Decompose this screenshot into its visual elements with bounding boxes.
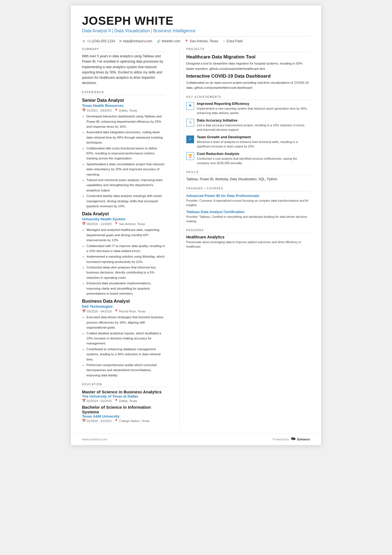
edu-1-dates: 📅 01/2014 - 01/2016 [82, 399, 111, 403]
job-3-company: Dell Technologies [82, 304, 165, 309]
project-1-desc: Designed a tool to streamline data migra… [186, 61, 310, 71]
achievement-3: ✓ Team Growth and Development Mentored a… [186, 135, 310, 149]
enhancv-logo: Enhancv [291, 437, 310, 442]
location-icon: 📍 [185, 40, 188, 43]
training-1: Advanced Power BI for Data Professionals… [186, 194, 310, 208]
enhancv-logo-icon [291, 437, 296, 442]
check-icon: ✓ [189, 137, 192, 141]
job-1-title: Senior Data Analyst [82, 98, 165, 103]
skills-section: SKILLS Tableau, Power BI, Workday, Data … [186, 171, 310, 182]
job-2: Data Analyst University Health System 📅 … [82, 211, 165, 296]
pin-icon: 📍 [114, 108, 118, 112]
achievement-3-desc: Mentored a team of analysts to enhance t… [197, 140, 310, 149]
experience-section: EXPERIENCE Senior Data Analyst Texas Hea… [82, 91, 165, 378]
education-label: EDUCATION [82, 383, 165, 387]
job-2-dates: 📅 05/2018 - 12/2020 [82, 222, 111, 226]
job-2-meta: 📅 05/2018 - 12/2020 📍 San Antonio, Texas [82, 222, 165, 226]
job-1: Senior Data Analyst Texas Health Resourc… [82, 98, 165, 209]
bullet-item: Enhanced data visualization implementati… [86, 281, 165, 296]
edu-2: Bachelor of Science in Information Syste… [82, 405, 165, 423]
achievement-4-desc: Conducted a cost analysis that identifie… [197, 156, 310, 166]
job-3-location: 📍 Round Rock, Texas [114, 309, 145, 313]
skills-label: SKILLS [186, 171, 310, 175]
job-1-meta: 📅 01/2021 - 09/2023 📍 Dallas, Texas [82, 108, 165, 112]
contact-phone: ☏ +1-(234)-555-1234 [82, 39, 115, 43]
resume-page: JOSEPH WHITE Data Analyst II | Data Visu… [71, 6, 321, 445]
bullet-item: Crafted detailed analytical reports, whi… [86, 331, 165, 346]
training-label: TRAINING / COURSES [186, 187, 310, 191]
experience-label: EXPERIENCE [82, 91, 165, 95]
projects-label: PROJECTS [186, 48, 310, 52]
achievements-label: KEY ACHIEVEMENTS [186, 95, 310, 100]
bullet-item: Managed and analyzed healthcare data, su… [86, 227, 165, 243]
skills-text: Tableau, Power BI, Workday, Data Visuali… [186, 177, 310, 182]
achievement-3-title: Team Growth and Development [197, 135, 310, 139]
right-column: PROJECTS Healthcare Data Migration Tool … [179, 48, 310, 428]
footer-brand: Powered by Enhancv [273, 437, 310, 442]
email-icon: ✉ [119, 40, 122, 43]
achievement-2: ✎ Data Accuracy Initiative Led a data ac… [186, 118, 310, 132]
achievement-4: 🏆 Cost Reduction Analysis Conducted a co… [186, 152, 310, 166]
achievement-1-icon-wrap: ⚑ [186, 102, 194, 110]
job-3-meta: 📅 03/2016 - 04/2018 📍 Round Rock, Texas [82, 309, 165, 313]
passion-1: Healthcare Analytics Passionate about le… [186, 235, 310, 249]
job-1-dates: 📅 01/2021 - 09/2023 [82, 108, 111, 112]
project-1-title: Healthcare Data Migration Tool [186, 54, 310, 60]
footer-website: www.enhancv.com [82, 438, 107, 441]
bullet-item: Automated data integration processes, cu… [86, 130, 165, 145]
calendar-icon: 📅 [82, 419, 86, 423]
achievement-1-content: Improved Reporting Efficiency Implemente… [197, 102, 310, 115]
training-1-title: Advanced Power BI for Data Professionals [186, 194, 310, 198]
candidate-title: Data Analyst II | Data Visualization | B… [82, 28, 310, 33]
achievement-1-title: Improved Reporting Efficiency [197, 102, 310, 106]
training-2: Tableau Data Analyst Certification Provi… [186, 210, 310, 224]
achievement-1: ⚑ Improved Reporting Efficiency Implemen… [186, 102, 310, 115]
bullet-item: Implemented a reporting solution using W… [86, 254, 165, 264]
contact-extra: ☆ Extra Field [223, 39, 242, 43]
job-3-dates: 📅 03/2016 - 04/2018 [82, 309, 111, 313]
job-1-location: 📍 Dallas, Texas [114, 108, 137, 112]
summary-text: With over 5 years in data analytics usin… [82, 54, 165, 86]
powered-by-text: Powered by [273, 438, 289, 441]
job-1-company: Texas Health Resources [82, 103, 165, 108]
bullet-item: Performed comprehensive audits which cor… [86, 362, 165, 378]
achievement-2-icon-wrap: ✎ [186, 119, 194, 127]
header-section: JOSEPH WHITE Data Analyst II | Data Visu… [71, 6, 321, 48]
job-1-bullets: Developed interactive dashboards using T… [86, 114, 165, 209]
training-1-desc: Provider: Coursera. A specialized course… [186, 198, 310, 208]
pin-icon: 📍 [114, 399, 118, 403]
training-2-title: Tableau Data Analyst Certification [186, 210, 310, 214]
project-2-title: Interactive COVID-19 Data Dashboard [186, 73, 310, 79]
pin-icon: 📍 [114, 309, 118, 313]
main-content: SUMMARY With over 5 years in data analyt… [71, 48, 321, 428]
project-2-desc: Collaborated on an open-source project p… [186, 80, 310, 90]
bullet-item: Contributed to enhancing database manage… [86, 347, 165, 362]
passion-1-desc: Passionate about leveraging data to impr… [186, 240, 310, 249]
summary-label: SUMMARY [82, 48, 165, 52]
achievement-4-icon-wrap: 🏆 [186, 152, 194, 160]
edu-2-dates: 📅 01/2010 - 01/2014 [82, 419, 111, 423]
flag-icon: ⚑ [188, 104, 192, 108]
passions-label: PASSIONS [186, 229, 310, 233]
achievement-3-icon-wrap: ✓ [186, 135, 194, 143]
brand-name: Enhancv [297, 438, 310, 441]
edu-1-meta: 📅 01/2014 - 01/2016 📍 Dallas, Texas [82, 399, 165, 403]
edu-1-degree: Master of Science in Business Analytics [82, 389, 165, 394]
achievement-2-content: Data Accuracy Initiative Led a data accu… [197, 118, 310, 132]
projects-section: PROJECTS Healthcare Data Migration Tool … [186, 48, 310, 90]
job-3-bullets: Executed data-driven strategies that boo… [86, 315, 165, 378]
achievement-1-desc: Implemented a new reporting system that … [197, 106, 310, 115]
phone-icon: ☏ [82, 40, 86, 43]
trophy-icon: 🏆 [188, 154, 192, 158]
edu-1-location: 📍 Dallas, Texas [114, 399, 137, 403]
summary-section: SUMMARY With over 5 years in data analyt… [82, 48, 165, 86]
footer: www.enhancv.com Powered by Enhancv [71, 433, 321, 445]
contact-row: ☏ +1-(234)-555-1234 ✉ help@enhancv.com 🔗… [82, 36, 310, 43]
achievements-section: KEY ACHIEVEMENTS ⚑ Improved Reporting Ef… [186, 95, 310, 166]
training-2-desc: Provider: Tableau. Certified in storytel… [186, 214, 310, 224]
calendar-icon: 📅 [82, 399, 86, 403]
job-2-company: University Health System [82, 217, 165, 221]
pin-icon: 📍 [114, 222, 118, 226]
bullet-item: Developed interactive dashboards using T… [86, 114, 165, 129]
bullet-item: Collaborated with IT to improve data qua… [86, 243, 165, 254]
